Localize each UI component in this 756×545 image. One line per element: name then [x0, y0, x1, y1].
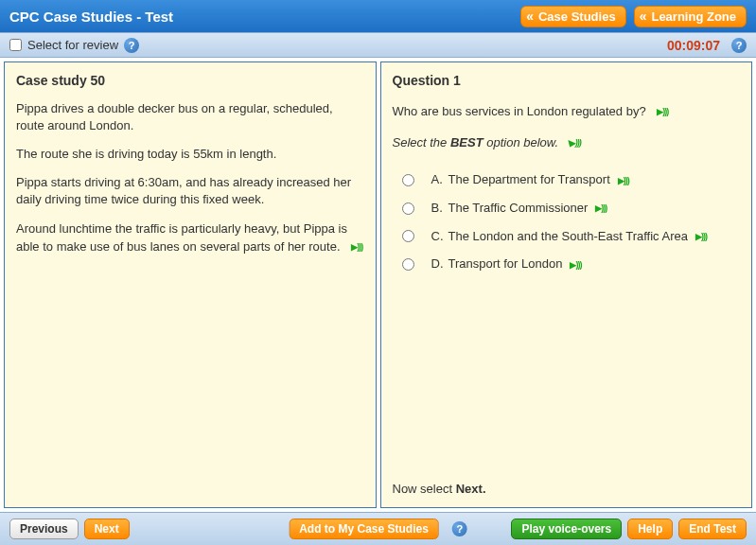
- option-text: The London and the South-East Traffic Ar…: [448, 228, 688, 245]
- main-area: Case study 50 Pippa drives a double deck…: [0, 58, 756, 512]
- add-to-my-case-studies-button[interactable]: Add to My Case Studies: [289, 519, 439, 539]
- case-study-paragraph: Around lunchtime the traffic is particul…: [16, 220, 364, 256]
- audio-icon[interactable]: [570, 133, 581, 152]
- previous-button[interactable]: Previous: [9, 519, 79, 539]
- learning-zone-label: Learning Zone: [651, 9, 736, 24]
- question-panel: Question 1 Who are bus services in Londo…: [380, 62, 753, 508]
- next-hint: Now select Next.: [393, 471, 741, 498]
- audio-icon[interactable]: [657, 102, 668, 121]
- case-study-paragraph: Pippa starts driving at 6:30am, and has …: [16, 174, 364, 208]
- timer: 00:09:07: [667, 38, 720, 53]
- chevron-left-icon: «: [640, 9, 644, 24]
- select-for-review-label: Select for review: [27, 38, 118, 52]
- option-letter: A.: [431, 171, 448, 188]
- option-letter: B.: [431, 200, 448, 217]
- help-icon[interactable]: ?: [452, 521, 467, 536]
- option-c[interactable]: C. The London and the South-East Traffic…: [402, 227, 741, 246]
- option-c-radio[interactable]: [402, 230, 414, 242]
- question-title: Question 1: [393, 72, 741, 91]
- case-studies-label: Case Studies: [538, 9, 616, 24]
- option-text: The Traffic Commissioner: [448, 200, 589, 217]
- option-text: Transport for London: [448, 255, 563, 272]
- option-b[interactable]: B. The Traffic Commissioner: [402, 199, 741, 218]
- help-icon[interactable]: ?: [124, 38, 139, 53]
- case-study-title: Case study 50: [16, 72, 364, 91]
- app-window: CPC Case Studies - Test « Case Studies «…: [0, 0, 756, 545]
- audio-icon[interactable]: [595, 199, 607, 218]
- option-text: The Department for Transport: [448, 171, 610, 188]
- app-title: CPC Case Studies - Test: [9, 9, 173, 25]
- audio-icon[interactable]: [351, 237, 362, 256]
- title-bar: CPC Case Studies - Test « Case Studies «…: [0, 0, 756, 32]
- review-bar: Select for review ? 00:09:07 ?: [0, 32, 756, 58]
- case-study-paragraph: Pippa drives a double decker bus on a re…: [16, 100, 364, 134]
- case-studies-button[interactable]: « Case Studies: [520, 6, 625, 27]
- help-button[interactable]: Help: [627, 519, 673, 539]
- learning-zone-button[interactable]: « Learning Zone: [634, 6, 747, 27]
- options-list: A. The Department for Transport B. The T…: [402, 171, 741, 283]
- audio-icon[interactable]: [618, 171, 629, 190]
- option-a-radio[interactable]: [402, 174, 414, 186]
- select-for-review-checkbox[interactable]: [9, 39, 22, 51]
- question-text: Who are bus services in London regulated…: [393, 102, 741, 121]
- chevron-left-icon: «: [526, 9, 531, 24]
- option-letter: C.: [431, 228, 448, 245]
- audio-icon[interactable]: [695, 227, 707, 246]
- case-study-panel: Case study 50 Pippa drives a double deck…: [4, 62, 377, 508]
- bottom-bar: Previous Next Add to My Case Studies ? P…: [0, 512, 756, 545]
- option-a[interactable]: A. The Department for Transport: [402, 171, 741, 190]
- option-d-radio[interactable]: [402, 258, 414, 271]
- center-buttons: Add to My Case Studies ?: [289, 519, 467, 539]
- option-d[interactable]: D. Transport for London: [402, 255, 741, 274]
- option-b-radio[interactable]: [402, 202, 414, 215]
- end-test-button[interactable]: End Test: [678, 519, 747, 539]
- case-study-paragraph: The route she is driving today is 55km i…: [16, 146, 364, 163]
- help-icon[interactable]: ?: [731, 38, 747, 53]
- option-letter: D.: [431, 255, 448, 272]
- audio-icon[interactable]: [570, 255, 581, 274]
- play-voice-overs-button[interactable]: Play voice-overs: [511, 519, 622, 539]
- next-button[interactable]: Next: [84, 519, 130, 539]
- question-instruction: Select the BEST option below.: [393, 133, 741, 152]
